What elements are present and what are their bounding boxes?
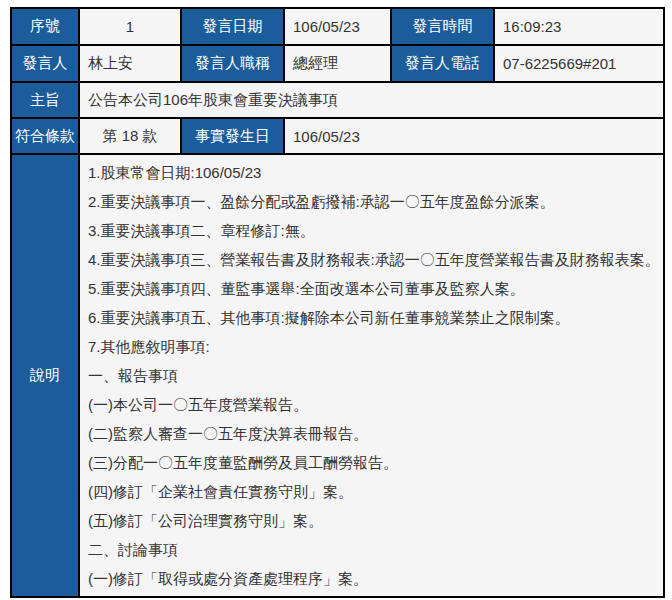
spokesperson-phone-value: 07-6225669#201 xyxy=(494,45,664,82)
speak-time-label: 發言時間 xyxy=(391,8,494,45)
speak-date-value: 106/05/23 xyxy=(284,8,391,45)
spokesperson-phone-label: 發言人電話 xyxy=(391,45,494,82)
description-value: 1.股東常會日期:106/05/232.重要決議事項一、盈餘分配或盈虧撥補:承認… xyxy=(79,154,664,597)
speak-time-value: 16:09:23 xyxy=(494,8,664,45)
spokesperson-label: 發言人 xyxy=(11,45,79,82)
serial-value: 1 xyxy=(79,8,181,45)
spokesperson-title-label: 發言人職稱 xyxy=(181,45,284,82)
description-line: (三)分配一〇五年度董監酬勞及員工酬勞報告。 xyxy=(88,448,655,477)
speak-date-label: 發言日期 xyxy=(181,8,284,45)
matched-article-label: 符合條款 xyxy=(11,118,79,154)
subject-value: 公告本公司106年股東會重要決議事項 xyxy=(79,82,664,118)
spokesperson-title-value: 總經理 xyxy=(284,45,391,82)
description-line: (二)監察人審查一〇五年度決算表冊報告。 xyxy=(88,419,655,448)
description-line: 2.重要決議事項一、盈餘分配或盈虧撥補:承認一〇五年度盈餘分派案。 xyxy=(88,187,655,216)
description-line: 5.重要決議事項四、董監事選舉:全面改選本公司董事及監察人案。 xyxy=(88,274,655,303)
matched-article-value: 第 18 款 xyxy=(79,118,181,154)
description-line: (一)本公司一〇五年度營業報告。 xyxy=(88,390,655,419)
description-line: 7.其他應敘明事項: xyxy=(88,332,655,361)
serial-label: 序號 xyxy=(11,8,79,45)
description-line: 4.重要決議事項三、營業報告書及財務報表:承認一〇五年度營業報告書及財務報表案。 xyxy=(88,245,655,274)
table-row: 符合條款 第 18 款 事實發生日 106/05/23 xyxy=(11,118,664,154)
description-line: 6.重要決議事項五、其他事項:擬解除本公司新任董事競業禁止之限制案。 xyxy=(88,303,655,332)
event-date-label: 事實發生日 xyxy=(181,118,284,154)
subject-label: 主旨 xyxy=(11,82,79,118)
event-date-value: 106/05/23 xyxy=(284,118,664,154)
description-line: (五)修訂「公司治理實務守則」案。 xyxy=(88,506,655,535)
table-row: 序號 1 發言日期 106/05/23 發言時間 16:09:23 xyxy=(11,8,664,45)
description-line: 1.股東常會日期:106/05/23 xyxy=(88,158,655,187)
description-line: 一、報告事項 xyxy=(88,361,655,390)
description-label: 說明 xyxy=(11,154,79,597)
spokesperson-value: 林上安 xyxy=(79,45,181,82)
table-row: 發言人 林上安 發言人職稱 總經理 發言人電話 07-6225669#201 xyxy=(11,45,664,82)
description-line: 3.重要決議事項二、章程修訂:無。 xyxy=(88,216,655,245)
announcement-table: 序號 1 發言日期 106/05/23 發言時間 16:09:23 發言人 林上… xyxy=(10,7,665,598)
table-row: 說明 1.股東常會日期:106/05/232.重要決議事項一、盈餘分配或盈虧撥補… xyxy=(11,154,664,597)
description-line: (一)修訂「取得或處分資產處理程序」案。 xyxy=(88,564,655,593)
description-line: 二、討論事項 xyxy=(88,535,655,564)
table-row: 主旨 公告本公司106年股東會重要決議事項 xyxy=(11,82,664,118)
description-line: (四)修訂「企業社會責任實務守則」案。 xyxy=(88,477,655,506)
